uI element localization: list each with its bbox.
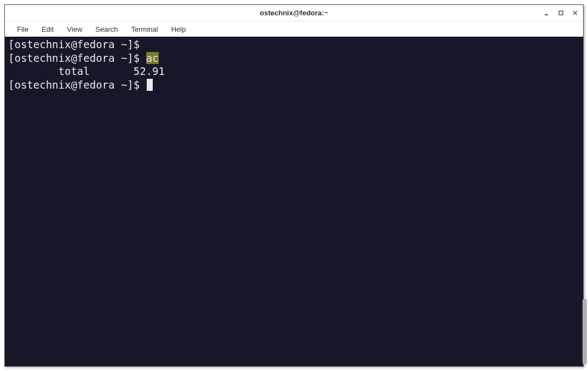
maximize-icon <box>558 10 564 16</box>
maximize-button[interactable] <box>558 10 564 16</box>
prompt: [ostechnix@fedora ~]$ <box>8 79 146 91</box>
prompt: [ostechnix@fedora ~]$ <box>8 38 140 50</box>
svg-rect-0 <box>545 14 548 15</box>
menu-terminal[interactable]: Terminal <box>126 23 164 36</box>
prompt: [ostechnix@fedora ~]$ <box>8 52 146 64</box>
terminal-line: [ostechnix@fedora ~]$ ac <box>8 51 580 65</box>
terminal-line: [ostechnix@fedora ~]$ <box>8 78 580 92</box>
titlebar[interactable]: ostechnix@fedora:~ <box>5 5 583 21</box>
terminal-window: ostechnix@fedora:~ File Edit View Search… <box>4 4 584 367</box>
command-highlight: ac <box>146 52 159 64</box>
minimize-icon <box>544 10 550 16</box>
scrollbar[interactable] <box>583 36 588 364</box>
menu-view[interactable]: View <box>61 23 88 36</box>
close-icon <box>573 10 578 16</box>
window-controls <box>544 5 579 21</box>
menu-file[interactable]: File <box>11 23 34 36</box>
menu-edit[interactable]: Edit <box>36 23 59 36</box>
terminal-line: [ostechnix@fedora ~]$ <box>8 38 580 51</box>
cursor <box>147 79 153 91</box>
menu-search[interactable]: Search <box>90 23 123 36</box>
menu-help[interactable]: Help <box>166 23 192 36</box>
menubar: File Edit View Search Terminal Help <box>5 21 583 37</box>
svg-rect-1 <box>559 11 563 15</box>
scrollbar-thumb[interactable] <box>583 299 587 364</box>
terminal-output: total 52.91 <box>8 65 580 78</box>
window-title: ostechnix@fedora:~ <box>260 9 328 17</box>
minimize-button[interactable] <box>544 10 550 16</box>
close-button[interactable] <box>572 10 579 16</box>
terminal-area[interactable]: [ostechnix@fedora ~]$ [ostechnix@fedora … <box>5 37 583 366</box>
